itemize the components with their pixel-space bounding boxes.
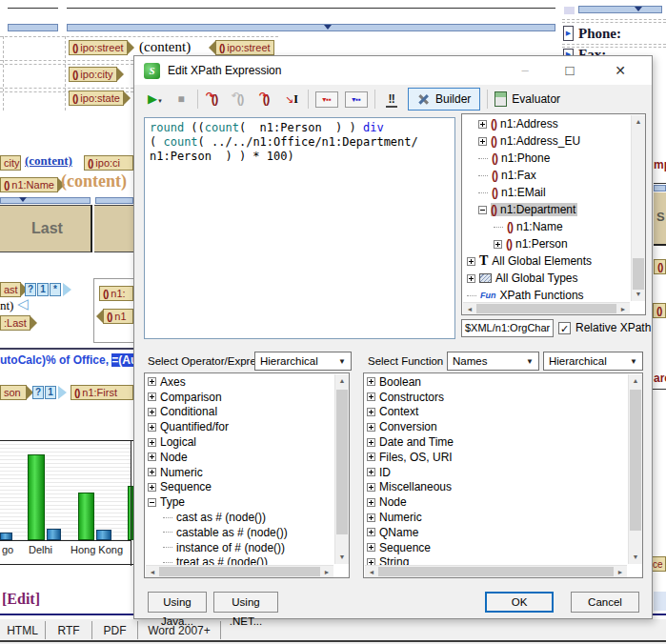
schema-tree-item[interactable]: ()n1:Phone — [463, 150, 632, 167]
scroll-left-icon[interactable]: ◄ — [146, 566, 159, 577]
expand-icon[interactable] — [367, 408, 375, 416]
breakpoint-list-button[interactable]: ▾▪▪ — [315, 91, 338, 108]
builder-toggle-button[interactable]: Builder — [408, 88, 480, 111]
cancel-button[interactable]: Cancel — [571, 592, 639, 613]
list-item[interactable]: QName — [365, 525, 628, 540]
expand-icon[interactable] — [367, 377, 375, 386]
occurrence-one[interactable]: 1 — [37, 283, 49, 296]
list-item[interactable]: instance of # (node()) — [146, 540, 334, 555]
operator-view-dropdown[interactable]: Hierarchical▼ — [254, 352, 352, 371]
scroll-left-icon[interactable]: ◄ — [463, 303, 476, 314]
list-item[interactable]: Sequence — [365, 540, 628, 555]
expand-icon[interactable] — [148, 468, 156, 476]
schema-tree-item[interactable]: ()n1:Department — [463, 201, 632, 218]
close-button[interactable]: ✕ — [598, 56, 642, 85]
design-tag-ipo-city[interactable]: ()ipo:city — [69, 67, 117, 82]
expand-icon[interactable] — [148, 438, 156, 447]
column-menu-arrow-icon[interactable] — [19, 197, 27, 202]
expand-icon[interactable] — [367, 528, 375, 536]
schema-tree-item[interactable]: ()n1:Fax — [463, 167, 632, 184]
list-item[interactable]: Quantified/for — [146, 419, 334, 434]
xpath-context-input[interactable]: $XML/n1:OrgChar — [461, 319, 554, 337]
expand-icon[interactable] — [148, 483, 156, 492]
list-item[interactable]: Miscellaneous — [365, 480, 628, 495]
design-tag-n1-fragment-end[interactable]: ()n1 — [103, 309, 133, 324]
column-header-bar[interactable] — [0, 197, 91, 204]
scroll-thumb[interactable] — [336, 390, 348, 534]
schema-tree-item[interactable]: TAll Global Elements — [463, 252, 632, 270]
collapse-icon[interactable] — [478, 206, 487, 214]
schema-vscrollbar[interactable]: ▲ ▼ — [631, 115, 645, 301]
design-tag-son-fragment[interactable]: son — [0, 385, 27, 400]
scroll-left-icon[interactable]: ◄ — [365, 566, 378, 577]
select-expression-icon[interactable]: ↘I — [282, 90, 301, 109]
list-item[interactable]: Conversion — [365, 419, 628, 434]
scroll-up-icon[interactable]: ▲ — [335, 374, 349, 388]
occurrence-optional[interactable]: ? — [32, 386, 44, 399]
design-tag-n1-name[interactable]: ()n1:Name — [0, 177, 58, 192]
schema-tree-item[interactable]: ()n1:Name — [463, 218, 632, 235]
maximize-button[interactable]: □ — [551, 56, 589, 85]
minimize-button[interactable]: – — [506, 56, 544, 85]
list-item[interactable]: ID — [365, 465, 628, 480]
function-vscrollbar[interactable]: ▲ ▼ — [628, 374, 642, 564]
step-into-icon[interactable]: ↷() — [205, 90, 224, 109]
list-item[interactable]: castable as # (node()) — [146, 525, 334, 540]
design-tag-n1-first[interactable]: ()n1:First — [71, 385, 133, 400]
expand-icon[interactable] — [367, 483, 375, 492]
schema-tree-item[interactable]: FunXPath Functions — [463, 287, 632, 303]
content-placeholder[interactable]: (content) — [139, 39, 191, 55]
expand-icon[interactable] — [367, 423, 375, 432]
scroll-down-icon[interactable]: ▼ — [632, 288, 645, 301]
edit-link[interactable]: [Edit] — [2, 591, 40, 608]
using-java-button[interactable]: Using Java... — [148, 592, 207, 613]
expand-icon[interactable] — [148, 392, 156, 401]
expand-icon[interactable] — [478, 137, 487, 146]
list-item[interactable]: cast as # (node()) — [146, 510, 334, 525]
occurrence-optional[interactable]: ? — [25, 283, 36, 296]
output-tab-rtf[interactable]: RTF — [46, 621, 92, 639]
output-tab-html[interactable]: HTML — [0, 621, 46, 639]
tracepoint-list-button[interactable]: ▾▪▪ — [345, 91, 368, 108]
list-item[interactable]: Axes — [146, 374, 334, 390]
expand-icon[interactable] — [467, 274, 475, 283]
schema-tree-item[interactable]: ()n1:Address_EU — [463, 132, 632, 150]
scroll-up-icon[interactable]: ▲ — [629, 374, 642, 388]
scroll-thumb[interactable] — [159, 567, 320, 576]
schema-tree-item[interactable]: ()n1:Address — [463, 115, 632, 132]
expand-icon[interactable] — [148, 453, 156, 461]
design-tag-n1-fragment[interactable]: ()n1: — [99, 286, 133, 301]
list-item[interactable]: Context — [365, 405, 628, 420]
xpath-expression-editor[interactable]: round ((count( n1:Person ) ) div( count(… — [144, 117, 455, 339]
step-over-icon[interactable]: ↷() — [256, 90, 275, 109]
list-item[interactable]: Numeric — [146, 465, 334, 480]
scroll-thumb[interactable] — [378, 567, 614, 576]
expand-icon[interactable] — [367, 392, 375, 401]
evaluate-on-typing-icon[interactable]: ‼ — [382, 90, 401, 109]
function-hscrollbar[interactable]: ◄ ► — [365, 565, 627, 577]
expand-icon[interactable] — [148, 377, 156, 386]
scroll-right-icon[interactable]: ► — [320, 566, 333, 577]
column-header-bar[interactable] — [95, 197, 133, 204]
run-evaluation-button[interactable]: ▶▼ — [146, 90, 165, 109]
output-tab-pdf[interactable]: PDF — [92, 621, 138, 639]
list-item[interactable]: Node — [365, 494, 628, 510]
scroll-right-icon[interactable]: ► — [616, 303, 630, 314]
list-item[interactable]: Type — [146, 494, 334, 510]
design-tag-ipo-ci-fragment[interactable]: ()ipo:ci — [84, 155, 133, 171]
stop-button[interactable]: ■ — [172, 90, 191, 109]
operator-hscrollbar[interactable]: ◄ ► — [146, 565, 333, 577]
list-item[interactable]: Date and Time — [365, 434, 628, 450]
column-header-bar[interactable] — [578, 6, 662, 13]
scroll-down-icon[interactable]: ▼ — [335, 551, 349, 564]
expand-icon[interactable] — [367, 513, 375, 522]
design-tag-last-fragment[interactable]: :Last — [0, 315, 30, 331]
occurrence-one[interactable]: 1 — [45, 386, 56, 399]
expand-icon[interactable] — [367, 438, 375, 447]
scroll-thumb[interactable] — [633, 258, 644, 290]
relative-xpath-checkbox[interactable]: ✓ — [558, 322, 571, 334]
list-item[interactable]: Files, OS, URI — [365, 450, 628, 465]
design-tag-ipo-state[interactable]: ()ipo:state — [69, 91, 124, 106]
schema-hscrollbar[interactable]: ◄ ► — [463, 302, 630, 314]
occurrence-many[interactable]: * — [50, 283, 61, 296]
